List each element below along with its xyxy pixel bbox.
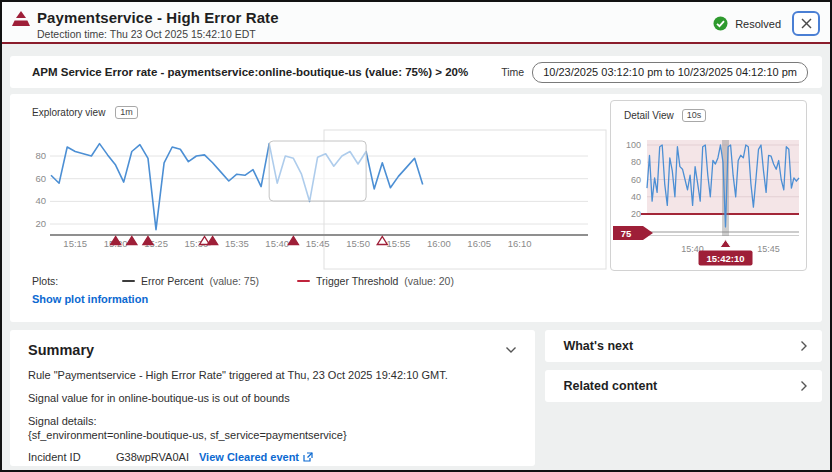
close-button[interactable] xyxy=(792,11,820,36)
svg-text:20: 20 xyxy=(631,209,641,219)
error-percent-dash-icon xyxy=(122,280,135,282)
severity-critical-icon xyxy=(12,11,30,27)
svg-text:80: 80 xyxy=(631,157,641,167)
svg-text:60: 60 xyxy=(631,175,641,185)
summary-rule-line: Rule "Paymentservice - High Error Rate" … xyxy=(28,369,517,381)
legend-label: Error Percent xyxy=(141,275,203,287)
summary-card: Summary Rule "Paymentservice - High Erro… xyxy=(10,330,535,466)
svg-text:40: 40 xyxy=(631,192,641,202)
svg-text:15:50: 15:50 xyxy=(346,238,370,249)
svg-text:100: 100 xyxy=(626,140,641,150)
svg-text:15:35: 15:35 xyxy=(225,238,249,249)
incident-id-label: Incident ID xyxy=(28,451,116,463)
svg-text:15:45: 15:45 xyxy=(757,244,780,254)
plots-legend: Plots: Error Percent (value: 75) Trigger… xyxy=(32,275,492,287)
view-cleared-event-text: View Cleared event xyxy=(199,451,299,463)
page-title: Paymentservice - High Error Rate xyxy=(37,9,279,26)
svg-text:15:42:10: 15:42:10 xyxy=(707,253,745,264)
detail-view-card: Detail View 10s 2040608010015:4015:45751… xyxy=(610,100,807,271)
svg-text:16:05: 16:05 xyxy=(467,238,491,249)
detection-time: Detection time: Thu 23 Oct 2025 15:42:10… xyxy=(37,28,279,40)
trigger-threshold-dash-icon xyxy=(297,280,310,282)
related-content-title: Related content xyxy=(563,379,657,393)
svg-text:60: 60 xyxy=(35,173,46,184)
condition-bar: APM Service Error rate - paymentservice:… xyxy=(10,56,822,88)
plots-label: Plots: xyxy=(32,275,122,287)
svg-text:15:40: 15:40 xyxy=(265,238,289,249)
svg-text:40: 40 xyxy=(35,195,46,206)
svg-text:75: 75 xyxy=(621,228,632,239)
related-content-panel[interactable]: Related content xyxy=(545,370,822,402)
time-range-input[interactable]: 10/23/2025 03:12:10 pm to 10/23/2025 04:… xyxy=(532,62,808,83)
legend-item-error-percent: Error Percent (value: 75) xyxy=(122,275,259,287)
whats-next-panel[interactable]: What's next xyxy=(545,330,822,362)
exploratory-view-label: Exploratory view xyxy=(32,107,105,118)
external-link-icon xyxy=(303,452,313,462)
svg-text:16:10: 16:10 xyxy=(508,238,532,249)
status-badge: Resolved xyxy=(735,18,781,30)
resolved-check-icon xyxy=(713,16,728,31)
alert-detail-modal: Paymentservice - High Error Rate Detecti… xyxy=(0,0,832,472)
incident-id-value: G38wpRVA0AI xyxy=(116,451,189,463)
detail-view-label: Detail View xyxy=(624,110,674,121)
svg-text:15:55: 15:55 xyxy=(387,238,411,249)
legend-item-trigger-threshold: Trigger Threshold (value: 20) xyxy=(297,275,454,287)
close-icon xyxy=(801,18,812,29)
legend-value: (value: 20) xyxy=(404,275,454,287)
alert-condition-text: APM Service Error rate - paymentservice:… xyxy=(32,66,468,78)
chevron-down-icon[interactable] xyxy=(505,346,517,354)
show-plot-information-link[interactable]: Show plot information xyxy=(32,293,148,305)
legend-label: Trigger Threshold xyxy=(316,275,398,287)
whats-next-title: What's next xyxy=(563,339,633,353)
summary-details-label: Signal details: xyxy=(28,415,517,427)
svg-text:15:45: 15:45 xyxy=(306,238,330,249)
detail-resolution-badge: 10s xyxy=(682,109,707,122)
detail-chart[interactable]: 2040608010015:4015:457515:42:10 xyxy=(611,101,806,270)
modal-header: Paymentservice - High Error Rate Detecti… xyxy=(2,2,830,44)
chevron-right-icon xyxy=(800,340,808,352)
summary-details-value: {sf_environment=online-boutique-us, sf_s… xyxy=(28,429,517,441)
exploratory-resolution-badge: 1m xyxy=(115,106,138,119)
svg-text:16:00: 16:00 xyxy=(427,238,451,249)
chart-card: Exploratory view 1m 2040608015:1515:2015… xyxy=(10,94,822,322)
time-label: Time xyxy=(501,66,524,78)
svg-text:80: 80 xyxy=(35,150,46,161)
summary-title: Summary xyxy=(28,342,94,358)
chevron-right-icon xyxy=(800,380,808,392)
svg-text:15:15: 15:15 xyxy=(63,238,87,249)
summary-signal-line: Signal value for in online-boutique-us i… xyxy=(28,392,517,404)
legend-value: (value: 75) xyxy=(209,275,259,287)
svg-text:20: 20 xyxy=(35,218,46,229)
view-cleared-event-link[interactable]: View Cleared event xyxy=(199,451,313,463)
